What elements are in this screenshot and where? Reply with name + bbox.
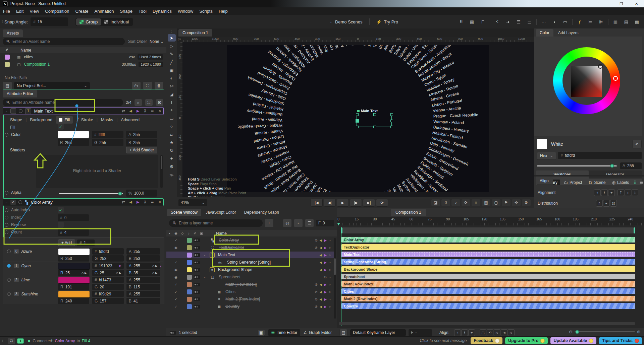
menu-shape[interactable]: Shape [117,7,136,15]
selection-box[interactable] [357,114,392,127]
layer-visibility-icon[interactable] [194,290,200,294]
shader-drop-area[interactable]: Right click to add a Shader [36,155,158,188]
align-right-icon[interactable]: ⊫ [596,18,606,26]
fill-enabled-checkbox[interactable]: ✓ [58,124,64,130]
layer-row[interactable]: ✓▦Cities⊘◀▶○ [166,288,334,295]
close-button[interactable]: ✕ [629,0,644,7]
track-bar[interactable]: String Generator [String] [341,259,635,265]
next-keyframe-icon[interactable]: ▶ [324,297,327,301]
layer-swatch[interactable] [187,289,192,294]
frame-filter-field[interactable]: F0 [316,220,334,226]
tab-stroke[interactable]: ╱Stroke [73,116,97,124]
sort-order-select[interactable]: None ⌄ [150,39,164,44]
toolbar-grip[interactable]: ⁞ [2,20,2,24]
color-socket-icon[interactable] [5,133,8,137]
layer-visibility-icon[interactable] [194,268,200,272]
asset-row[interactable]: ▢Composition 130.00fps1920 x 1080 [0,61,166,68]
next-keyframe-icon[interactable]: ▶ [324,305,327,308]
expander-icon[interactable]: ⌄ [202,275,208,279]
tool-9-icon[interactable]: ⌖ [168,107,176,114]
status-upgrade-to-pro-button[interactable]: Upgrade to Pro [505,337,548,344]
tool-8-icon[interactable]: T [168,98,176,106]
layer-row[interactable]: ⌄TMain Text◀▶○ [166,252,334,258]
next-keyframe-icon[interactable]: ▶ [324,246,327,250]
circle-icon[interactable]: ○ [329,253,331,257]
connections-icon[interactable]: ⇄ [122,200,125,204]
fill-hex-field[interactable]: #ffffff [92,131,123,138]
item-r-field[interactable]: R191 [58,284,89,290]
disabled-icon[interactable]: ⊘ [315,238,317,242]
item-color-swatch[interactable] [58,277,90,284]
layer-toggle-icon[interactable]: ◉ [173,275,179,279]
layer-toggle-icon[interactable]: ✓ [173,238,179,242]
align-tab[interactable]: Align [536,177,553,185]
timeline-ruler[interactable]: 0153045607590105120135150165180195210225… [337,217,644,225]
work-area-bar[interactable] [341,227,635,233]
circle-icon[interactable]: ○ [329,275,331,279]
alpha-slider[interactable] [59,193,123,194]
tool-6-icon[interactable]: ✄ [168,82,176,90]
add-layer-button[interactable]: + [265,219,274,227]
timeline-zoom-slider[interactable] [575,331,635,332]
tool-12-icon[interactable]: ▱ [168,131,176,138]
tl-align-3-0-icon[interactable]: ⇥ [501,329,507,336]
distribute-1-icon[interactable]: ≡ [603,200,610,207]
column-icon-3[interactable]: ♪ [185,231,192,235]
individual-button[interactable]: Individual [101,18,132,25]
track-bar[interactable]: Math 2 [Row Index] [341,296,635,301]
align-list-icon[interactable]: ☰ [514,18,524,26]
item-r-field[interactable]: R253 [58,255,89,262]
tool-15-icon[interactable]: ✦ [168,155,176,162]
disabled-icon[interactable]: ⊘ [324,275,327,279]
item-color-swatch[interactable] [58,291,90,298]
tab-color[interactable]: Color [536,29,553,37]
add-color-button[interactable]: + Add [58,239,75,246]
expand-tools-icon[interactable]: ≫ [169,173,174,178]
filter-settings-icon[interactable]: ☰ [305,219,314,227]
enabled-checkbox[interactable]: ✓ [10,200,16,205]
group-button[interactable]: Group [76,18,101,25]
demo-scenes-button[interactable]: ⁘ Demo Scenes [326,18,366,26]
item-b-field[interactable]: B253 [126,255,160,262]
menu-dynamics[interactable]: Dynamics [150,7,175,15]
arc-icon[interactable]: ◖ [549,18,559,26]
layer-swatch[interactable] [187,253,192,258]
frame-field[interactable]: F- [409,329,432,336]
viewport-option-8-icon[interactable]: ✜ [512,199,521,206]
clear-icon[interactable]: ⊠ [156,99,164,106]
eyedropper-button[interactable]: ✐ [632,140,642,148]
loop-button[interactable]: ⟳ [376,199,388,207]
close-section-icon[interactable]: ✕ [158,109,161,113]
circle-icon[interactable]: ○ [329,261,331,264]
type-tool-icon[interactable]: ƒ [575,18,585,26]
prev-keyframe-icon[interactable]: ◀ [129,109,132,113]
color-mode-select[interactable]: Hex⌄ [537,152,556,160]
tl-align-0-2-icon[interactable]: ⫟ [468,329,475,336]
horizontal-ruler[interactable]: -1200-1050-900-750-600-450-300-150015030… [182,37,534,43]
align-0-2-icon[interactable]: ⫟ [608,189,615,196]
column-icon-1[interactable]: ◉ [173,231,179,235]
attribute-search-input[interactable]: 🔍︎ Enter an Attribute name [3,99,123,106]
layer-row[interactable]: ✓=Math 2 [Row Index]⊘◀▶○ [166,296,334,302]
track-bar[interactable]: Cities [341,288,635,294]
viewport-option-9-icon[interactable]: ⚙ [522,199,531,206]
distribute-0-icon[interactable]: ▯ [596,200,603,207]
collapse-icon[interactable]: ⌄ [5,109,8,113]
layer-row[interactable]: ✓▚Color Array⊘◀▶○ [166,237,334,244]
panel-icon[interactable]: ▦ [467,18,477,26]
layer-swatch[interactable] [187,282,192,287]
circle-icon[interactable]: ○ [329,297,331,301]
item-hex-field[interactable]: #f09d29 [92,291,124,297]
hue-selector[interactable] [613,76,618,81]
connections-icon[interactable]: ⇄ [122,109,125,113]
graph-editor-button[interactable]: ∠ Graph Editor [300,329,335,336]
hex-value-field[interactable]: #fdfdfd [558,152,642,159]
viewport-canvas[interactable]: Jakarta - IndonesiaDubai - United Arab E… [182,42,534,197]
selection-handle[interactable] [390,126,393,128]
item-hex-field[interactable]: #fdfdfd [92,248,124,255]
item-a-field[interactable]: A255 [126,277,160,283]
status-update-available-button[interactable]: Update Available [550,337,596,344]
collapse-icon[interactable]: ⌄ [5,200,8,204]
layer-swatch[interactable] [187,297,192,302]
disabled-icon[interactable]: ⊘ [315,297,317,301]
